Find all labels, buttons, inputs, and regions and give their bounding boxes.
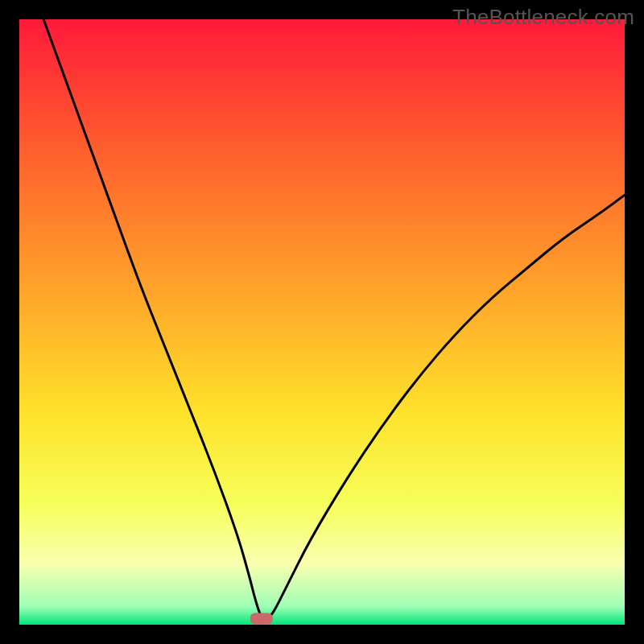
chart-stage: TheBottleneck.com — [0, 0, 644, 644]
minimum-marker — [250, 613, 273, 624]
plot-area — [19, 19, 625, 625]
bottleneck-chart — [0, 0, 644, 644]
watermark-text: TheBottleneck.com — [452, 5, 634, 30]
